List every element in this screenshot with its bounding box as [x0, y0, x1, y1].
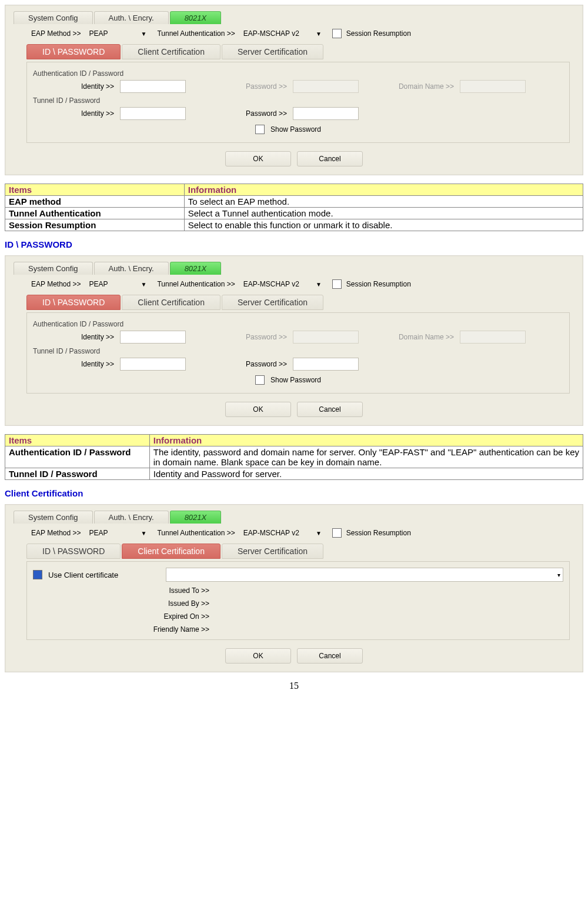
tunnel-auth-dropdown[interactable]: EAP-MSCHAP v2 ▼: [243, 529, 324, 537]
chevron-down-icon: ▼: [316, 31, 322, 37]
th-items: Items: [5, 435, 150, 446]
ok-button[interactable]: OK: [225, 402, 291, 417]
show-password-label: Show Password: [270, 125, 321, 134]
subtab-server-cert[interactable]: Server Certification: [222, 44, 323, 59]
th-info: Information: [184, 184, 583, 196]
eap-method-dropdown[interactable]: PEAP ▼: [89, 529, 149, 537]
client-cert-dropdown[interactable]: ▾: [166, 568, 563, 582]
cancel-button[interactable]: Cancel: [297, 648, 363, 664]
subtab-client-cert[interactable]: Client Certification: [122, 44, 220, 59]
password-label: Password >>: [228, 82, 287, 91]
auth-group-title: Authentication ID / Password: [33, 69, 564, 78]
subtab-server-cert[interactable]: Server Certification: [222, 295, 323, 310]
tunnel-identity-input[interactable]: [120, 107, 186, 120]
auth-domain-input: [460, 80, 526, 93]
tunnel-password-input[interactable]: [293, 107, 359, 120]
main-tabs: System Config Auth. \ Encry. 8021X: [14, 11, 574, 24]
session-resumption-check[interactable]: Session Resumption: [332, 279, 411, 289]
td-item: EAP method: [5, 196, 185, 208]
subtab-client-cert[interactable]: Client Certification: [122, 544, 220, 559]
tunnel-auth-value: EAP-MSCHAP v2: [243, 29, 299, 38]
td-item: Tunnel Authentication: [5, 208, 185, 219]
tab-system-config[interactable]: System Config: [14, 11, 93, 24]
domain-label: Domain Name >>: [383, 82, 454, 91]
tab-auth-encry[interactable]: Auth. \ Encry.: [94, 511, 169, 524]
checkbox-icon: [332, 279, 342, 289]
tunnel-auth-dropdown[interactable]: EAP-MSCHAP v2 ▼: [243, 29, 324, 38]
auth-password-input: [293, 80, 359, 93]
session-resumption-check[interactable]: Session Resumption: [332, 29, 411, 38]
tunnel-group-title: Tunnel ID / Password: [33, 347, 564, 355]
chevron-down-icon: ▼: [141, 530, 147, 536]
use-client-cert-label: Use Client certificate: [48, 571, 160, 579]
idpw-body: Authentication ID / Password Identity >>…: [26, 62, 570, 143]
ok-button[interactable]: OK: [225, 151, 291, 166]
config-panel-3: System Config Auth. \ Encry. 8021X EAP M…: [5, 504, 583, 672]
auth-identity-input[interactable]: [120, 80, 186, 93]
tab-auth-encry[interactable]: Auth. \ Encry.: [94, 11, 169, 24]
eap-method-label: EAP Method >>: [31, 280, 81, 288]
td-info: The identity, password and domain name f…: [149, 446, 583, 468]
checkbox-icon: [332, 29, 342, 38]
td-item: Tunnel ID / Password: [5, 468, 150, 480]
chevron-down-icon: ▼: [141, 281, 147, 288]
tab-system-config[interactable]: System Config: [14, 262, 93, 275]
session-resumption-check[interactable]: Session Resumption: [332, 528, 411, 538]
tab-8021x[interactable]: 8021X: [170, 262, 222, 275]
show-password-checkbox[interactable]: [255, 375, 265, 385]
heading-id-password: ID \ PASSWORD: [5, 239, 583, 249]
identity-label: Identity >>: [55, 82, 114, 91]
subtab-id-password[interactable]: ID \ PASSWORD: [26, 295, 121, 310]
chevron-down-icon: ▾: [557, 572, 560, 578]
heading-client-cert: Client Certification: [5, 488, 583, 498]
eap-method-value: PEAP: [89, 29, 125, 38]
cancel-button[interactable]: Cancel: [297, 151, 363, 166]
issued-to-label: Issued To >>: [33, 586, 209, 595]
chevron-down-icon: ▼: [316, 530, 322, 536]
td-info: Select a Tunnel authentication mode.: [184, 208, 583, 219]
cancel-button[interactable]: Cancel: [297, 402, 363, 417]
show-password-checkbox[interactable]: [255, 125, 265, 134]
td-info: Select to enable this function or unmark…: [184, 219, 583, 231]
ok-button[interactable]: OK: [225, 648, 291, 664]
td-item: Session Resumption: [5, 219, 185, 231]
issued-by-label: Issued By >>: [33, 599, 209, 608]
use-client-cert-checkbox[interactable]: [33, 570, 42, 579]
tab-system-config[interactable]: System Config: [14, 511, 93, 524]
subtab-server-cert[interactable]: Server Certification: [222, 544, 323, 559]
chevron-down-icon: ▼: [316, 281, 322, 288]
sub-tabs: ID \ PASSWORD Client Certification Serve…: [26, 44, 574, 59]
tunnel-password-input[interactable]: [293, 358, 359, 371]
td-info: To select an EAP method.: [184, 196, 583, 208]
auth-password-input: [293, 331, 359, 344]
tab-8021x[interactable]: 8021X: [170, 511, 222, 524]
auth-group-title: Authentication ID / Password: [33, 320, 564, 328]
subtab-id-password[interactable]: ID \ PASSWORD: [26, 544, 121, 559]
tunnel-auth-dropdown[interactable]: EAP-MSCHAP v2 ▼: [243, 280, 324, 288]
session-resumption-label: Session Resumption: [346, 29, 411, 38]
eap-row: EAP Method >> PEAP ▼ Tunnel Authenticati…: [31, 29, 574, 38]
td-info: Identity and Password for server.: [149, 468, 583, 480]
chevron-down-icon: ▼: [141, 31, 147, 37]
tunnel-group-title: Tunnel ID / Password: [33, 96, 564, 105]
tab-auth-encry[interactable]: Auth. \ Encry.: [94, 262, 169, 275]
friendly-name-label: Friendly Name >>: [33, 625, 209, 634]
client-cert-body: Use Client certificate ▾ Issued To >> Is…: [26, 561, 570, 640]
checkbox-icon: [332, 528, 342, 538]
config-panel-2: System Config Auth. \ Encry. 8021X EAP M…: [5, 255, 583, 426]
td-item: Authentication ID / Password: [5, 446, 150, 468]
subtab-id-password[interactable]: ID \ PASSWORD: [26, 44, 121, 59]
tab-8021x[interactable]: 8021X: [170, 11, 222, 24]
auth-domain-input: [460, 331, 526, 344]
eap-method-dropdown[interactable]: PEAP ▼: [89, 29, 149, 38]
eap-method-dropdown[interactable]: PEAP ▼: [89, 280, 149, 288]
tunnel-identity-input[interactable]: [120, 358, 186, 371]
auth-identity-input[interactable]: [120, 331, 186, 344]
info-table-1: ItemsInformation EAP methodTo select an …: [5, 184, 583, 231]
th-items: Items: [5, 184, 185, 196]
page-number: 15: [5, 681, 583, 691]
th-info: Information: [149, 435, 583, 446]
subtab-client-cert[interactable]: Client Certification: [122, 295, 220, 310]
config-panel-1: System Config Auth. \ Encry. 8021X EAP M…: [5, 5, 583, 175]
info-table-2: ItemsInformation Authentication ID / Pas…: [5, 434, 583, 480]
